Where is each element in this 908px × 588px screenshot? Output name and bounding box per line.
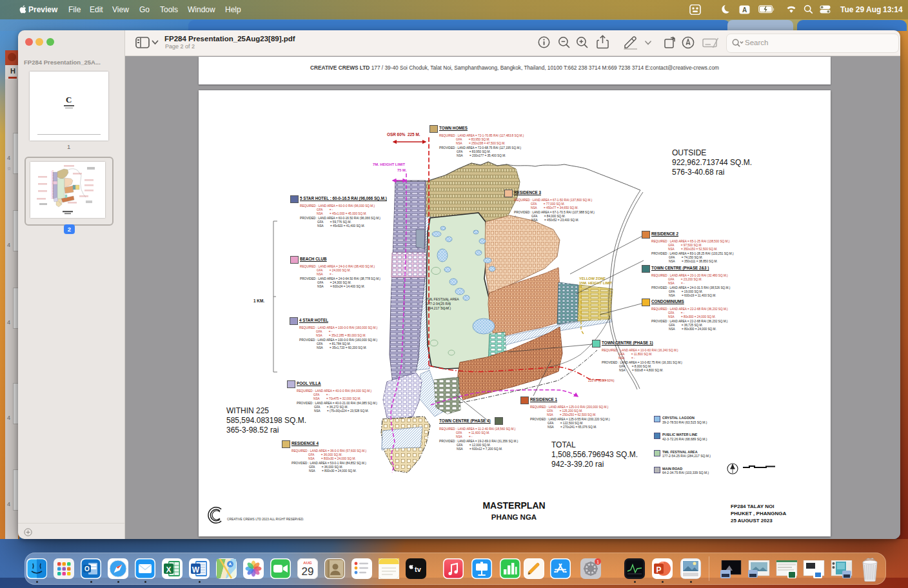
svg-text:O: O	[84, 565, 90, 573]
svg-text:A: A	[742, 6, 747, 14]
svg-text:29: 29	[302, 565, 314, 578]
svg-text:1 KM.: 1 KM.	[253, 299, 264, 303]
svg-text:X: X	[166, 565, 171, 574]
svg-text:OSR 60% 225 M.: OSR 60% 225 M.	[387, 132, 420, 137]
svg-text:15M. HEIGHT LIMIT: 15M. HEIGHT LIMIT	[579, 281, 613, 285]
svg-text:TML FESTIVAL AREA: TML FESTIVAL AREA	[426, 297, 459, 301]
svg-text:W: W	[192, 565, 200, 574]
svg-text:AUG: AUG	[303, 561, 312, 565]
svg-text:225 M. (OSR 60%): 225 M. (OSR 60%)	[588, 379, 615, 382]
svg-text:75 M.: 75 M.	[397, 168, 407, 172]
svg-text:1: 1	[597, 559, 599, 565]
svg-text:177-2-94.25 RAI: 177-2-94.25 RAI	[426, 302, 451, 306]
svg-text:tv: tv	[415, 565, 422, 573]
svg-text:P: P	[656, 565, 661, 574]
svg-text:YELLOW ZONE: YELLOW ZONE	[579, 277, 606, 280]
svg-text:7M. HEIGHT LIMIT: 7M. HEIGHT LIMIT	[373, 162, 405, 166]
svg-text:(294,217 SQ.M.): (294,217 SQ.M.)	[426, 306, 451, 310]
